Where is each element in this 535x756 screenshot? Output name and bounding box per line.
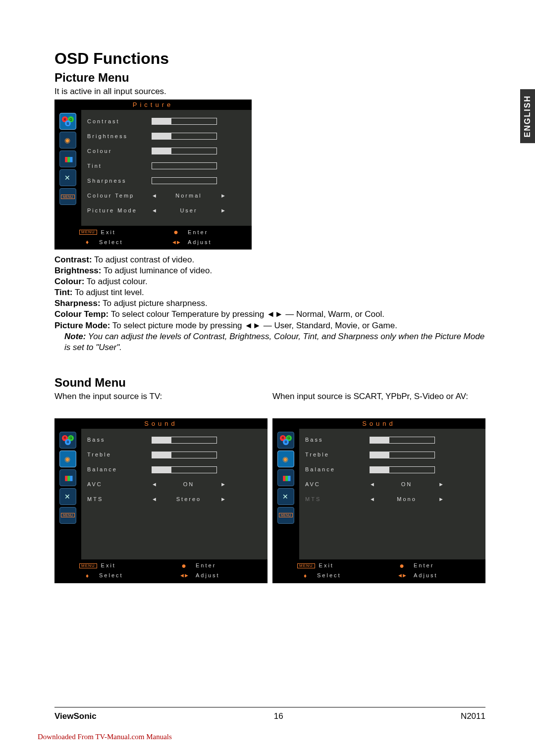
footer-page: 16 (274, 711, 283, 721)
osd-slider (370, 466, 435, 473)
sound-intro-av: When input source is SCART, YPbPr, S-Vid… (272, 392, 485, 414)
osd-row: MTS◄Mono► (305, 492, 480, 507)
picture-intro: It is active in all input sources. (54, 87, 485, 97)
definitions: Contrast: To adjust contrast of video. B… (54, 254, 485, 353)
osd-row: Colour Temp◄Normal► (87, 188, 246, 203)
sidebar-icon: ▮▮▮ (59, 151, 76, 167)
sidebar-icon: ▮▮▮ (277, 469, 294, 486)
def-term-colour: Colour: (54, 277, 84, 286)
osd-header: Picture (54, 100, 252, 110)
osd-row: MTS◄Stereo► (87, 492, 262, 507)
sidebar-icon: ✕ (59, 169, 76, 186)
def-term-contrast: Contrast: (54, 255, 92, 264)
def-term-sharpness: Sharpness: (54, 299, 101, 308)
osd-slider (370, 437, 435, 444)
osd-label: Brightness (87, 134, 152, 139)
sidebar-icon: ◉ (59, 451, 76, 467)
osd-label: Treble (305, 452, 370, 457)
osd-slider (152, 148, 217, 154)
footer-brand: ViewSonic (54, 711, 97, 721)
osd-row: Bass (87, 433, 262, 448)
osd-footer: MENUExit♦Select●Enter◄►Adjust (54, 226, 252, 250)
def-text-brightness: To adjust luminance of video. (101, 266, 212, 275)
osd-slider (152, 452, 217, 458)
osd-slider (152, 466, 217, 473)
osd-label: MTS (305, 497, 370, 502)
osd-row: AVC◄ON► (87, 477, 262, 492)
def-note-term: Note: (64, 332, 86, 341)
osd-slider (152, 437, 217, 444)
osd-row: Balance (87, 462, 262, 477)
osd-row: Treble (305, 448, 480, 462)
osd-row: Bass (305, 433, 480, 448)
osd-select: ◄User► (152, 208, 226, 213)
osd-slider (370, 452, 435, 458)
osd-label: MTS (87, 497, 152, 502)
footer-model: N2011 (461, 711, 485, 721)
def-text-picturemode: To select picture mode by pressing ◄► — … (110, 321, 397, 330)
def-term-tint: Tint: (54, 288, 73, 297)
osd-label: Colour (87, 149, 152, 154)
sidebar-icon: ◉ (59, 132, 76, 149)
sound-heading: Sound Menu (54, 376, 485, 390)
osd-row: AVC◄ON► (305, 477, 480, 492)
osd-select: ◄Normal► (152, 193, 226, 199)
osd-row: Colour (87, 144, 246, 158)
sidebar-icon: ▮▮▮ (59, 469, 76, 486)
page-footer: ViewSonic 16 N2011 (54, 707, 485, 721)
osd-label: Balance (87, 467, 152, 472)
osd-footer: MENUExit♦Select●Enter◄►Adjust (272, 559, 485, 583)
osd-row: Tint (87, 158, 246, 173)
osd-label: Bass (87, 437, 152, 443)
osd-slider (152, 177, 217, 184)
osd-row: Contrast (87, 114, 246, 129)
osd-label: Picture Mode (87, 208, 152, 213)
sidebar-icon: ✕ (59, 488, 76, 505)
osd-select: ◄ON► (370, 482, 444, 487)
osd-select: ◄Mono► (370, 497, 444, 502)
osd-sidebar: RGB◉▮▮▮✕MENU (272, 429, 299, 559)
picture-heading: Picture Menu (54, 71, 485, 85)
osd-select: ◄ON► (152, 482, 226, 487)
osd-label: Treble (87, 452, 152, 457)
osd-row: Picture Mode◄User► (87, 203, 246, 218)
language-tab: ENGLISH (520, 89, 535, 143)
def-term-colourtemp: Colour Temp: (54, 309, 108, 319)
def-text-sharpness: To adjust picture sharpness. (101, 299, 208, 308)
osd-footer: MENUExit♦Select●Enter◄►Adjust (54, 559, 268, 583)
osd-label: Contrast (87, 119, 152, 124)
osd-header: Sound (54, 418, 268, 429)
osd-slider (152, 162, 217, 169)
osd-picture: PictureRGB◉▮▮▮✕MENUContrastBrightnessCol… (54, 100, 252, 250)
osd-label: Sharpness (87, 178, 152, 184)
osd-row: Balance (305, 462, 480, 477)
sidebar-icon: RGB (59, 113, 76, 130)
osd-sound-av: SoundRGB◉▮▮▮✕MENUBassTrebleBalanceAVC◄ON… (272, 418, 485, 583)
sidebar-icon: ◉ (277, 451, 294, 467)
osd-label: Colour Temp (87, 193, 152, 199)
def-text-colourtemp: To select colour Temperature by pressing… (108, 309, 384, 319)
def-term-brightness: Brightness: (54, 266, 101, 275)
def-note-text: You can adjust the levels of Contrast, B… (64, 332, 484, 352)
osd-header: Sound (272, 418, 485, 429)
osd-sidebar: RGB◉▮▮▮✕MENU (54, 429, 81, 559)
def-text-colour: To adjust colour. (84, 277, 147, 286)
sidebar-icon: MENU (59, 507, 76, 524)
osd-label: AVC (305, 482, 370, 487)
def-text-tint: To adjust tint level. (73, 288, 144, 297)
osd-slider (152, 133, 217, 140)
download-link[interactable]: Downloaded From TV-Manual.com Manuals (38, 733, 172, 741)
def-text-contrast: To adjust contrast of video. (92, 255, 195, 264)
osd-label: Tint (87, 163, 152, 169)
osd-select: ◄Stereo► (152, 497, 226, 502)
osd-label: Balance (305, 467, 370, 472)
osd-row: Treble (87, 448, 262, 462)
osd-sidebar: RGB◉▮▮▮✕MENU (54, 110, 81, 226)
osd-sound-tv: SoundRGB◉▮▮▮✕MENUBassTrebleBalanceAVC◄ON… (54, 418, 268, 583)
osd-row: Brightness (87, 129, 246, 144)
sidebar-icon: RGB (59, 432, 76, 449)
sidebar-icon: ✕ (277, 488, 294, 505)
osd-label: Bass (305, 437, 370, 443)
sidebar-icon: RGB (277, 432, 294, 449)
osd-row: Sharpness (87, 173, 246, 188)
